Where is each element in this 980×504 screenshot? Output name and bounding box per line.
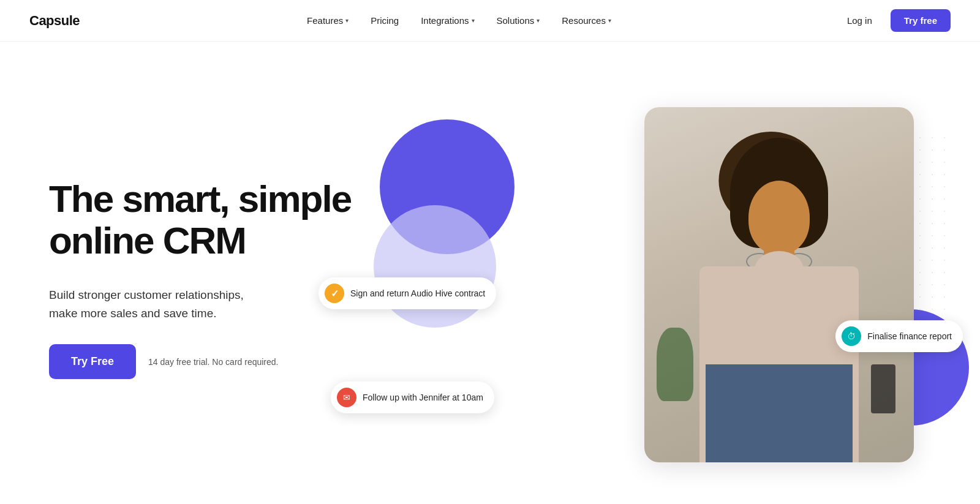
nav-label-pricing: Pricing	[371, 15, 399, 26]
notif-3-text: Follow up with Jennifer at 10am	[363, 393, 483, 402]
notif-2-text: Finalise finance report	[867, 331, 952, 341]
chevron-down-icon: ▾	[608, 17, 611, 24]
clock-icon: ⏱	[842, 326, 861, 346]
hero-trial-text: 14 day free trial. No card required.	[148, 357, 278, 367]
nav-label-solutions: Solutions	[497, 15, 535, 26]
notification-2: ⏱ Finalise finance report	[835, 320, 963, 352]
nav-try-free-button[interactable]: Try free	[891, 9, 951, 32]
nav-item-pricing[interactable]: Pricing	[362, 10, 407, 31]
nav-item-resources[interactable]: Resources ▾	[553, 10, 620, 31]
nav-label-integrations: Integrations	[421, 15, 469, 26]
circle-lavender-decoration	[374, 205, 496, 328]
notification-3: ✉ Follow up with Jennifer at 10am	[331, 382, 494, 413]
nav-item-features[interactable]: Features ▾	[298, 10, 357, 31]
email-icon: ✉	[337, 388, 356, 407]
hero-title: The smart, simple online CRM	[49, 178, 368, 261]
brand-logo[interactable]: Capsule	[29, 13, 80, 29]
hero-left: The smart, simple online CRM Build stron…	[49, 178, 368, 379]
navigation: Capsule Features ▾ Pricing Integrations …	[0, 0, 980, 42]
notif-1-text: Sign and return Audio Hive contract	[350, 288, 485, 298]
hero-title-line1: The smart, simple	[49, 178, 351, 220]
hero-right: ✓ Sign and return Audio Hive contract ⏱ …	[368, 95, 951, 462]
nav-label-features: Features	[307, 15, 343, 26]
photo-background	[644, 107, 914, 462]
hero-cta-row: Try Free 14 day free trial. No card requ…	[49, 344, 368, 379]
hero-try-free-button[interactable]: Try Free	[49, 344, 136, 379]
nav-links: Features ▾ Pricing Integrations ▾ Soluti…	[298, 10, 620, 31]
login-link[interactable]: Log in	[839, 10, 881, 31]
hero-title-line2: online CRM	[49, 219, 246, 261]
hero-section: The smart, simple online CRM Build stron…	[0, 42, 980, 503]
face	[748, 181, 810, 254]
jeans	[706, 364, 853, 462]
nav-item-solutions[interactable]: Solutions ▾	[488, 10, 549, 31]
check-icon: ✓	[325, 284, 344, 303]
notification-1: ✓ Sign and return Audio Hive contract	[318, 277, 496, 309]
chevron-down-icon: ▾	[537, 17, 540, 24]
nav-label-resources: Resources	[562, 15, 606, 26]
chevron-down-icon: ▾	[345, 17, 349, 24]
chevron-down-icon: ▾	[472, 17, 475, 24]
nav-item-integrations[interactable]: Integrations ▾	[412, 10, 483, 31]
nav-right: Log in Try free	[839, 9, 951, 32]
hero-photo-card	[644, 107, 914, 462]
woman-figure	[663, 132, 895, 462]
